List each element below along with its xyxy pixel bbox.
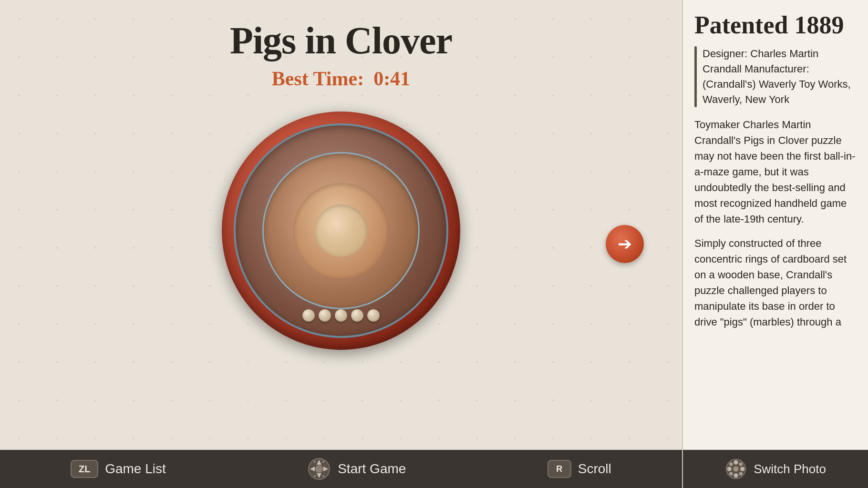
svg-point-9	[322, 475, 324, 477]
svg-point-16	[739, 462, 743, 466]
marble-1	[302, 309, 315, 322]
panel-title: Patented 1889	[683, 0, 868, 46]
r-badge: R	[548, 460, 571, 478]
scroll-label: Scroll	[578, 461, 611, 477]
game-list-label: Game List	[105, 461, 166, 477]
zl-badge: ZL	[71, 460, 98, 478]
panel-content: Designer: Charles Martin Crandall Manufa…	[683, 46, 868, 450]
designer-text: Designer: Charles Martin Crandall Manufa…	[703, 46, 857, 107]
main-area: Pigs in Clover Best Time: 0:41	[0, 0, 682, 488]
marbles-group	[302, 309, 380, 322]
marble-2	[319, 309, 331, 322]
r-icon: R	[548, 460, 571, 478]
right-panel: Patented 1889 Designer: Charles Martin C…	[682, 0, 868, 488]
puzzle-center	[315, 204, 367, 257]
marble-5	[367, 309, 380, 322]
svg-point-8	[314, 475, 316, 477]
description-paragraph-2: Simply constructed of three concentric r…	[694, 235, 857, 330]
best-time-value: 0:41	[373, 67, 410, 90]
svg-point-11	[734, 460, 738, 465]
puzzle-image	[215, 104, 467, 357]
puzzle-outer-ring	[222, 112, 460, 350]
dpad-icon	[307, 457, 331, 481]
svg-point-19	[734, 466, 739, 471]
zl-icon: ZL	[71, 460, 98, 478]
svg-point-18	[739, 472, 743, 475]
svg-point-1	[315, 465, 323, 473]
puzzle-ring1	[234, 123, 448, 338]
puzzle-ring2	[262, 152, 420, 309]
best-time-label: Best Time:	[272, 67, 364, 90]
svg-point-15	[729, 462, 733, 466]
switch-photo-label: Switch Photo	[754, 462, 826, 477]
bottom-bar: ZL Game List	[0, 450, 682, 488]
designer-info: Designer: Charles Martin Crandall Manufa…	[694, 46, 857, 107]
description-paragraph-1: Toymaker Charles Martin Crandall's Pigs …	[694, 117, 857, 227]
switch-photo-button[interactable]: Switch Photo	[725, 458, 826, 480]
start-game-button[interactable]: Start Game	[307, 457, 406, 481]
svg-point-14	[740, 467, 744, 471]
game-title: Pigs in Clover	[230, 19, 452, 62]
switch-photo-icon	[725, 458, 747, 480]
right-panel-bottom-bar: Switch Photo	[683, 450, 868, 488]
svg-point-17	[729, 472, 733, 475]
start-game-label: Start Game	[338, 461, 406, 477]
next-arrow-button[interactable]	[606, 225, 644, 263]
marble-4	[351, 309, 363, 322]
svg-point-7	[322, 461, 324, 463]
puzzle-ring3	[293, 183, 389, 278]
best-time-row: Best Time: 0:41	[272, 67, 410, 90]
scroll-button[interactable]: R Scroll	[548, 460, 611, 478]
game-list-button[interactable]: ZL Game List	[71, 460, 166, 478]
svg-point-6	[314, 461, 316, 463]
svg-point-13	[727, 467, 732, 471]
vertical-bar	[694, 46, 697, 107]
svg-point-12	[734, 473, 738, 478]
marble-3	[335, 309, 347, 322]
